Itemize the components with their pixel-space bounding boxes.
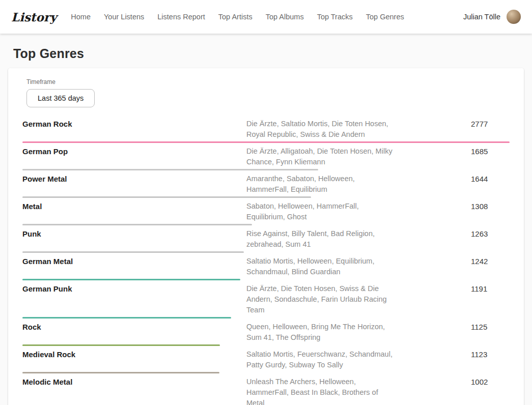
- genre-row: Rock Queen, Helloween, Bring Me The Hori…: [22, 319, 510, 346]
- timeframe-control: Timeframe Last 365 days: [26, 78, 510, 107]
- genre-row: Metal Sabaton, Helloween, HammerFall, Eq…: [22, 198, 510, 225]
- timeframe-label: Timeframe: [26, 78, 510, 85]
- genre-count: 1123: [471, 349, 510, 370]
- user-menu[interactable]: Julian Tölle: [463, 10, 521, 24]
- nav-links: Home Your Listens Listens Report Top Art…: [71, 13, 404, 21]
- genre-artists: Die Ärzte, Saltatio Mortis, Die Toten Ho…: [246, 119, 394, 140]
- genre-count: 1242: [471, 256, 510, 277]
- nav-link-top-artists[interactable]: Top Artists: [218, 13, 253, 21]
- genre-artists: Rise Against, Billy Talent, Bad Religion…: [246, 228, 394, 250]
- genre-artists: Amaranthe, Sabaton, Helloween, HammerFal…: [246, 173, 394, 195]
- nav-link-top-albums[interactable]: Top Albums: [266, 13, 304, 21]
- genre-count: 1644: [471, 173, 510, 195]
- genre-name: German Rock: [22, 119, 246, 140]
- genre-row: German Metal Saltatio Mortis, Helloween,…: [22, 253, 510, 280]
- genre-row: Melodic Metal Unleash The Archers, Hello…: [22, 373, 510, 405]
- user-avatar[interactable]: [507, 10, 521, 24]
- genre-row: German Rock Die Ärzte, Saltatio Mortis, …: [22, 115, 510, 143]
- genre-row: Punk Rise Against, Billy Talent, Bad Rel…: [22, 225, 510, 253]
- user-name: Julian Tölle: [463, 13, 500, 21]
- genres-card: Timeframe Last 365 days German Rock Die …: [8, 68, 524, 405]
- page-title: Top Genres: [13, 46, 524, 61]
- genre-count: 2777: [471, 119, 510, 140]
- app-logo[interactable]: Listory: [11, 10, 57, 24]
- top-nav: Listory Home Your Listens Listens Report…: [0, 0, 532, 34]
- nav-link-listens-report[interactable]: Listens Report: [157, 13, 205, 21]
- nav-link-top-genres[interactable]: Top Genres: [366, 13, 404, 21]
- genre-count: 1125: [471, 322, 510, 343]
- nav-link-home[interactable]: Home: [71, 13, 91, 21]
- genre-artists: Queen, Helloween, Bring Me The Horizon, …: [246, 322, 394, 343]
- genre-row: German Punk Die Ärzte, Die Toten Hosen, …: [22, 280, 510, 319]
- genre-count: 1308: [471, 201, 510, 222]
- genre-count: 1263: [471, 228, 510, 250]
- genre-count: 1002: [471, 377, 510, 405]
- genre-name: Rock: [22, 322, 246, 343]
- genre-name: Power Metal: [22, 173, 246, 195]
- genre-name: Metal: [22, 201, 246, 222]
- genre-artists: Sabaton, Helloween, HammerFall, Equilibr…: [246, 201, 394, 222]
- genre-name: Melodic Metal: [22, 377, 246, 405]
- timeframe-select[interactable]: Last 365 days: [26, 89, 95, 107]
- genre-count: 1191: [471, 283, 510, 315]
- genre-name: Medieval Rock: [22, 349, 246, 370]
- genre-artists: Saltatio Mortis, Feuerschwanz, Schandmau…: [246, 349, 394, 370]
- genre-name: Punk: [22, 228, 246, 250]
- genre-artists: Die Ärzte, Alligatoah, Die Toten Hosen, …: [246, 146, 394, 167]
- nav-link-your-listens[interactable]: Your Listens: [104, 13, 144, 21]
- genre-artists: Die Ärzte, Die Toten Hosen, Swiss & Die …: [246, 283, 394, 315]
- genre-artists: Unleash The Archers, Helloween, HammerFa…: [246, 377, 394, 405]
- nav-link-top-tracks[interactable]: Top Tracks: [317, 13, 353, 21]
- genre-table: German Rock Die Ärzte, Saltatio Mortis, …: [22, 115, 510, 405]
- genre-row: Power Metal Amaranthe, Sabaton, Hellowee…: [22, 170, 510, 198]
- genre-artists: Saltatio Mortis, Helloween, Equilibrium,…: [246, 256, 394, 277]
- genre-row: Medieval Rock Saltatio Mortis, Feuerschw…: [22, 346, 510, 373]
- genre-row: German Pop Die Ärzte, Alligatoah, Die To…: [22, 143, 510, 170]
- genre-name: German Punk: [22, 283, 246, 315]
- main-content: Top Genres Timeframe Last 365 days Germa…: [0, 46, 532, 405]
- genre-name: German Metal: [22, 256, 246, 277]
- genre-name: German Pop: [22, 146, 246, 167]
- genre-count: 1685: [471, 146, 510, 167]
